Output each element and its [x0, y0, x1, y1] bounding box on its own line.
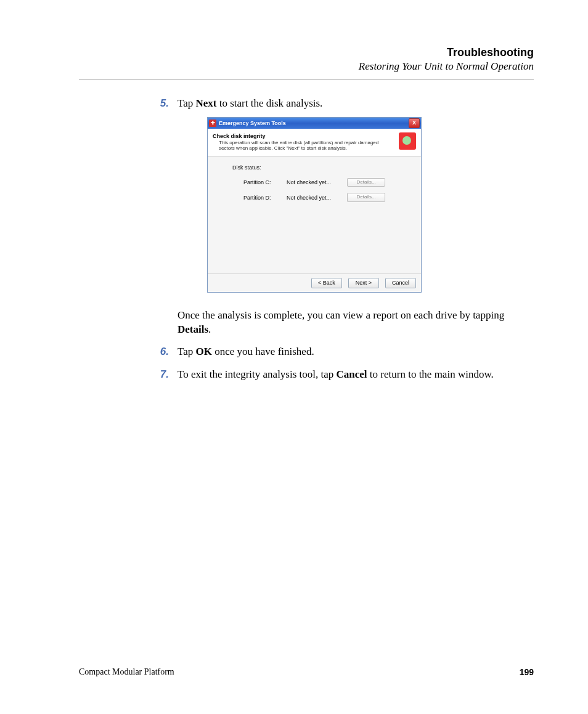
followup-text: Once the analysis is complete, you can v…	[178, 309, 534, 337]
text: .	[208, 323, 211, 335]
details-button[interactable]: Details...	[347, 178, 385, 187]
text: Tap	[178, 346, 196, 357]
bold: Next	[196, 97, 217, 109]
text: to return to the main window.	[367, 368, 494, 380]
bold: Cancel	[337, 368, 367, 380]
partition-status: Not checked yet...	[287, 179, 336, 186]
partition-name: Partition C:	[243, 179, 276, 186]
details-button[interactable]: Details...	[347, 193, 385, 202]
step-text: Tap OK once you have finished.	[178, 345, 534, 359]
app-icon: ✚	[209, 120, 216, 127]
banner-description: This operation will scan the entire disk…	[213, 140, 395, 151]
window-title: Emergency System Tools	[219, 120, 409, 127]
dialog-footer: < Back Next > Cancel	[208, 274, 421, 291]
step-6: 6. Tap OK once you have finished.	[148, 345, 534, 359]
step-number: 6.	[148, 345, 178, 359]
partition-row: Partition D: Not checked yet... Details.…	[232, 193, 414, 202]
header-rule	[79, 79, 534, 79]
section-title: Restoring Your Unit to Normal Operation	[79, 60, 534, 73]
wizard-banner: Check disk integrity This operation will…	[208, 129, 421, 157]
step-5: 5. Tap Next to start the disk analysis. …	[148, 97, 534, 300]
footer-product: Compact Modular Platform	[79, 667, 174, 677]
step-text: Tap Next to start the disk analysis. ✚ E…	[178, 97, 534, 300]
text: to start the disk analysis.	[216, 97, 322, 109]
back-button[interactable]: < Back	[311, 278, 342, 288]
disk-status-label: Disk status:	[232, 164, 414, 171]
dialog-window: ✚ Emergency System Tools X Check disk in…	[207, 117, 422, 293]
text: Tap	[178, 97, 196, 109]
step-number: 5.	[148, 97, 178, 111]
chapter-title: Troubleshooting	[79, 46, 534, 59]
page-footer: Compact Modular Platform 199	[79, 667, 534, 677]
bold: Details	[178, 323, 208, 335]
partition-name: Partition D:	[243, 194, 276, 201]
text: To exit the integrity analysis tool, tap	[178, 368, 337, 380]
close-button[interactable]: X	[409, 118, 420, 128]
disk-icon	[399, 132, 416, 150]
text: once you have finished.	[212, 346, 314, 357]
cancel-button[interactable]: Cancel	[385, 278, 416, 288]
page-number: 199	[520, 667, 534, 677]
step-number: 7.	[148, 368, 178, 382]
dialog-body: Disk status: Partition C: Not checked ye…	[208, 156, 421, 274]
banner-title: Check disk integrity	[213, 132, 395, 140]
bold: OK	[196, 346, 212, 357]
next-button[interactable]: Next >	[348, 278, 379, 288]
step-7: 7. To exit the integrity analysis tool, …	[148, 368, 534, 382]
step-text: To exit the integrity analysis tool, tap…	[178, 368, 534, 382]
text: Once the analysis is complete, you can v…	[178, 309, 504, 321]
partition-row: Partition C: Not checked yet... Details.…	[232, 178, 414, 187]
partition-status: Not checked yet...	[287, 194, 336, 201]
titlebar: ✚ Emergency System Tools X	[208, 118, 421, 129]
